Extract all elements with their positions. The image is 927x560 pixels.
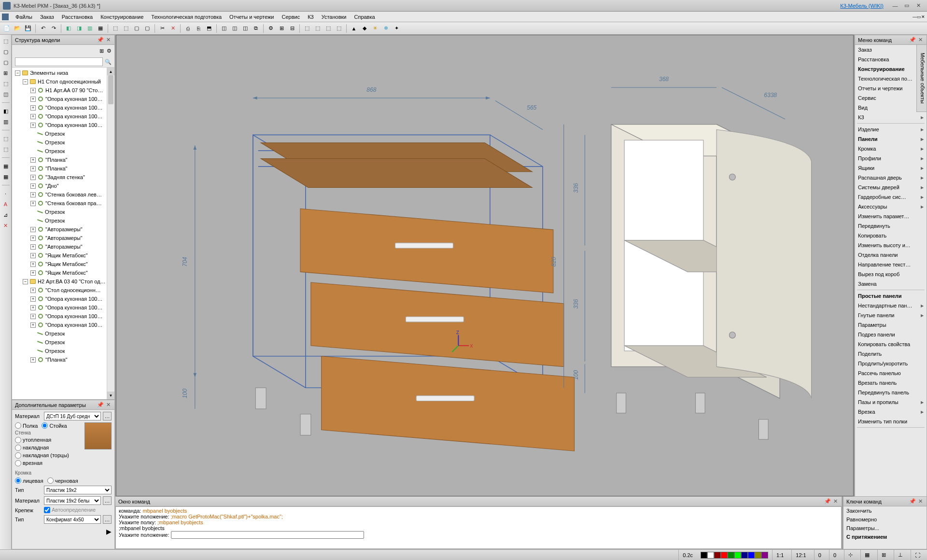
chernovaia-radio[interactable]: черновая — [47, 477, 78, 484]
polka-radio[interactable]: Полка — [15, 422, 38, 429]
menu-Отчеты и чертежи[interactable]: Отчеты и чертежи — [225, 13, 278, 21]
gear-icon[interactable]: ⚙ — [107, 48, 112, 54]
color-palette[interactable] — [701, 552, 768, 559]
panel-close-icon[interactable]: ✕ — [917, 37, 924, 43]
tree-node[interactable]: +"Планка" — [12, 164, 114, 173]
delete-icon[interactable]: ✕ — [168, 24, 178, 33]
cmd-item[interactable]: Отделка панели — [855, 250, 927, 260]
menu-Установки[interactable]: Установки — [318, 13, 351, 21]
tree-node[interactable]: Отрезок — [12, 347, 114, 355]
tree-node[interactable]: −Н1 Стол односекционный — [12, 77, 114, 86]
tool-icon[interactable]: ⎘ — [194, 24, 203, 33]
tool-icon[interactable]: ⬚ — [111, 24, 120, 33]
tool-icon[interactable]: ◧ — [64, 24, 73, 33]
tree-node[interactable]: +"Ящик Метабокс" — [12, 268, 114, 277]
cmd-item[interactable]: Передвинуть панель — [855, 388, 927, 397]
cmd-item[interactable]: Кромка▶ — [855, 144, 927, 154]
vtool-icon[interactable]: · — [1, 189, 10, 198]
menu-Конструирование[interactable]: Конструирование — [97, 13, 147, 21]
expand-icon[interactable]: ⛶ — [911, 550, 924, 560]
tree-search-input[interactable] — [15, 57, 103, 66]
vtool-icon[interactable]: ⊿ — [1, 210, 10, 219]
tool-icon[interactable]: ⬒ — [204, 24, 214, 33]
tree-node[interactable]: +"Ящик Метабокс" — [12, 260, 114, 268]
tree-node[interactable]: +"Опора кухонная 100… — [12, 95, 114, 103]
tree-node[interactable]: +"Авторазмеры" — [12, 225, 114, 234]
menu-Заказ[interactable]: Заказ — [36, 13, 58, 21]
cmd-item[interactable]: Системы дверей▶ — [855, 182, 927, 192]
menu-Сервис[interactable]: Сервис — [278, 13, 304, 21]
panel-close-icon[interactable]: ✕ — [917, 498, 924, 505]
vtool-icon[interactable]: ⊞ — [1, 69, 10, 77]
cmd-item[interactable]: Изменить тип полки — [855, 417, 927, 426]
tree-node[interactable]: +"Авторазмеры" — [12, 234, 114, 242]
vtool-icon[interactable]: ⬚ — [1, 79, 10, 88]
key-item[interactable]: Равномерно — [843, 515, 927, 524]
furniture-objects-tab[interactable]: Мебельные объекты — [916, 44, 927, 112]
panel-close-icon[interactable]: ✕ — [105, 37, 112, 43]
tree-node[interactable]: +"Опора кухонная 100… — [12, 312, 114, 321]
tree-node[interactable]: +"Опора кухонная 100… — [12, 112, 114, 121]
tree-node[interactable]: +"Планка" — [12, 155, 114, 164]
nakladnaia-radio[interactable]: накладная — [15, 445, 81, 451]
cmd-item[interactable]: Отчеты и чертежи▶ — [855, 84, 927, 93]
cmd-item[interactable]: Копировать — [855, 231, 927, 240]
tool-icon[interactable]: ◨ — [74, 24, 84, 33]
cmd-item[interactable]: Изделие▶ — [855, 125, 927, 134]
cmd-item[interactable]: Передвинуть — [855, 221, 927, 231]
cmd-item[interactable]: Вырез под короб — [855, 269, 927, 279]
tip-select[interactable]: Пластик 19x2 — [44, 486, 112, 494]
tree-node[interactable]: +"Ящик Метабокс" — [12, 251, 114, 260]
cmd-item[interactable]: Ящики▶ — [855, 163, 927, 173]
cmd-item[interactable]: Поделить — [855, 349, 927, 359]
tree-node[interactable]: +Н1 Арт.АА 07 90 "Сто… — [12, 86, 114, 95]
panel-close-icon[interactable]: ✕ — [105, 402, 112, 408]
tool-icon[interactable]: ⬚ — [334, 24, 344, 33]
cmd-item[interactable]: Рассечь панелью — [855, 368, 927, 378]
tool-icon[interactable]: ⬚ — [302, 24, 312, 33]
redo-icon[interactable]: ↷ — [49, 24, 58, 33]
tip2-select[interactable]: Конфирмат 4х50 — [44, 515, 101, 524]
key-item[interactable]: Закончить — [843, 506, 927, 515]
vtool-icon[interactable]: ◧ — [1, 107, 10, 115]
menu-Справка[interactable]: Справка — [350, 13, 379, 21]
tool-icon[interactable]: ◫ — [230, 24, 239, 33]
viewport-3d[interactable]: 868 565 704 100 — [116, 35, 854, 496]
cmd-item[interactable]: Гнутые панели▶ — [855, 310, 927, 320]
menu-Файлы[interactable]: Файлы — [12, 13, 36, 21]
nakladnaia-tortsy-radio[interactable]: накладная (торцы) — [15, 452, 81, 459]
tree-node[interactable]: +"Дно" — [12, 182, 114, 190]
doc-minimize-button[interactable]: — — [913, 14, 917, 19]
vtool-icon[interactable]: ⬚ — [1, 145, 10, 154]
tree-node[interactable]: Отрезок — [12, 329, 114, 338]
tree-tool-icon[interactable]: ⊞ — [99, 48, 104, 54]
new-icon[interactable]: 📄 — [2, 24, 12, 33]
cancel-icon[interactable]: ✕ — [1, 221, 10, 230]
command-log[interactable]: команда: mbpanel byobjectsУкажите положе… — [115, 506, 842, 549]
cmd-item[interactable]: Расстановка▶ — [855, 55, 927, 64]
tool-icon[interactable]: ◫ — [240, 24, 250, 33]
cmd-item[interactable]: Копировать свойства — [855, 339, 927, 349]
vtool-icon[interactable]: ▢ — [1, 58, 10, 67]
cmd-item[interactable]: Аксессуары▶ — [855, 202, 927, 211]
snap2-icon[interactable]: ⊞ — [877, 550, 890, 560]
cmd-item[interactable]: Продлить/укоротить — [855, 359, 927, 368]
grid-icon[interactable]: ▦ — [860, 550, 873, 560]
tool-icon[interactable]: ☀ — [370, 24, 380, 33]
tree-node[interactable]: +"Авторазмеры" — [12, 242, 114, 251]
snap-icon[interactable]: ⊹ — [844, 550, 857, 560]
cmd-item[interactable]: Панели▶ — [855, 134, 927, 144]
key-item[interactable]: Параметры... — [843, 524, 927, 532]
tool-icon[interactable]: ◆ — [360, 24, 369, 33]
panel-close-icon[interactable]: ✕ — [832, 498, 839, 505]
tree-node[interactable]: +"Опора кухонная 100… — [12, 103, 114, 112]
cmd-item[interactable]: Распашная дверь▶ — [855, 173, 927, 182]
tree-scrollbar[interactable]: ▲ ▼ — [107, 68, 114, 399]
tree-node[interactable]: Отрезок — [12, 216, 114, 225]
cmd-item[interactable]: Гардеробные сис…▶ — [855, 192, 927, 202]
tree-node[interactable]: +"Стенка боковая лев… — [12, 190, 114, 199]
tool-icon[interactable]: ⬚ — [313, 24, 323, 33]
doc-restore-button[interactable]: ▭ — [917, 14, 921, 19]
vtool-icon[interactable]: ◫ — [1, 90, 10, 98]
material-select[interactable]: ДСтП 16 Дуб средн — [44, 412, 101, 420]
